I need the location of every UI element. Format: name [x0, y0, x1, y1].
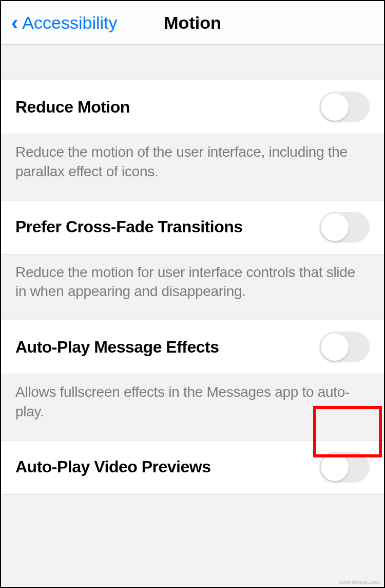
chevron-left-icon: ‹: [11, 12, 18, 33]
top-spacer: [1, 45, 384, 80]
watermark-text: www.deuaq.com: [338, 579, 380, 585]
autoplay-message-effects-label: Auto-Play Message Effects: [15, 338, 219, 357]
toggle-knob: [321, 333, 349, 361]
autoplay-message-effects-footer: Allows fullscreen effects in the Message…: [1, 374, 384, 440]
prefer-cross-fade-label: Prefer Cross-Fade Transitions: [15, 217, 243, 236]
toggle-knob: [321, 453, 349, 481]
prefer-cross-fade-row[interactable]: Prefer Cross-Fade Transitions: [1, 200, 384, 254]
autoplay-video-previews-toggle[interactable]: [319, 452, 370, 483]
navigation-bar: ‹ Accessibility Motion: [1, 1, 384, 45]
reduce-motion-row[interactable]: Reduce Motion: [1, 80, 384, 134]
back-label: Accessibility: [22, 13, 117, 33]
autoplay-message-effects-toggle[interactable]: [319, 332, 370, 362]
reduce-motion-label: Reduce Motion: [15, 98, 130, 117]
prefer-cross-fade-toggle[interactable]: [319, 212, 370, 243]
toggle-knob: [321, 213, 349, 241]
prefer-cross-fade-footer: Reduce the motion for user interface con…: [1, 254, 384, 320]
reduce-motion-footer: Reduce the motion of the user interface,…: [1, 134, 384, 200]
back-button[interactable]: ‹ Accessibility: [1, 12, 118, 33]
autoplay-video-previews-row[interactable]: Auto-Play Video Previews: [1, 440, 384, 494]
autoplay-message-effects-row[interactable]: Auto-Play Message Effects: [1, 320, 384, 374]
page-title: Motion: [164, 13, 221, 33]
toggle-knob: [321, 93, 349, 121]
autoplay-video-previews-label: Auto-Play Video Previews: [15, 457, 210, 476]
reduce-motion-toggle[interactable]: [319, 91, 370, 122]
